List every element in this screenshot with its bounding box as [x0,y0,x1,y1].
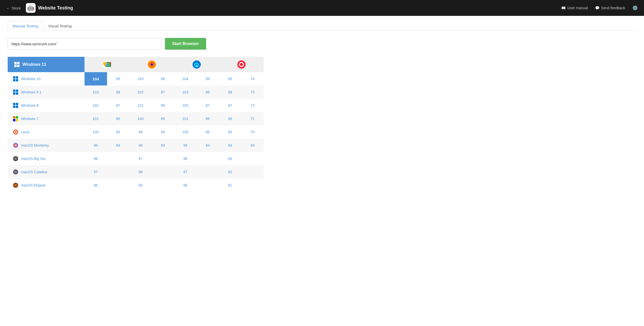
os-cell[interactable]: Windows 8.1 [8,85,85,99]
version-cell[interactable]: 83 [219,152,241,165]
version-cell[interactable] [152,179,174,192]
version-cell[interactable] [241,179,264,192]
version-cell[interactable] [152,152,174,165]
version-cell[interactable] [107,152,130,165]
version-cell[interactable]: 70 [241,125,264,139]
start-browser-button[interactable]: Start Browser [165,38,206,50]
os-cell[interactable]: macOS Mojave [8,179,85,192]
version-cell[interactable]: 100 [85,125,107,139]
app-title: 🤖 Website Testing [26,3,73,13]
version-cell[interactable]: 100 [129,112,152,125]
version-cell[interactable]: 87 [152,85,174,99]
store-link[interactable]: ← Store [6,6,21,10]
version-cell[interactable]: 102 [85,99,107,112]
version-cell[interactable] [197,152,219,165]
version-cell[interactable]: 85 [152,112,174,125]
version-cell[interactable]: 96 [129,165,152,179]
version-cell[interactable]: 98 [174,152,197,165]
os-cell[interactable]: Windows 7 [8,112,85,125]
version-cell[interactable]: 101 [174,112,197,125]
version-cell[interactable]: 97 [85,165,107,179]
version-cell[interactable]: 85 [219,125,241,139]
user-manual-label: User manual [567,6,588,10]
version-cell[interactable] [152,165,174,179]
version-cell[interactable]: 89 [197,72,219,85]
version-cell[interactable]: 88 [107,85,130,99]
version-cell[interactable]: 71 [241,112,264,125]
version-cell[interactable]: 104 [85,72,107,85]
version-cell[interactable]: 98 [85,152,107,165]
version-cell[interactable]: 104 [174,72,197,85]
version-cell[interactable]: 85 [197,125,219,139]
version-cell[interactable]: 84 [219,139,241,152]
version-cell[interactable]: 85 [107,125,130,139]
os-cell[interactable]: Windows 8 [8,99,85,112]
os-cell[interactable]: macOS Catalina [8,165,85,179]
version-cell[interactable]: 73 [241,85,264,99]
version-cell[interactable]: 86 [197,112,219,125]
version-cell[interactable]: 86 [107,112,130,125]
version-cell[interactable] [107,179,130,192]
tab-manual-testing[interactable]: Manual Testing [8,21,43,31]
version-cell[interactable]: 101 [85,112,107,125]
version-cell[interactable]: 69 [241,139,264,152]
version-cell[interactable]: 87 [219,99,241,112]
version-cell[interactable]: 103 [174,85,197,99]
user-manual-link[interactable]: 📖 User manual [561,6,588,10]
version-cell[interactable]: 103 [129,72,152,85]
version-cell[interactable]: 84 [197,139,219,152]
windows11-header[interactable]: Windows 11 [8,57,85,72]
version-cell[interactable]: 87 [107,99,130,112]
version-cell[interactable]: 101 [129,99,152,112]
version-cell[interactable]: 98 [129,139,152,152]
os-cell[interactable]: macOS Monterey [8,139,85,152]
version-cell[interactable]: 89 [107,72,130,85]
os-cell[interactable]: Linux [8,125,85,139]
version-cell[interactable]: 103 [85,85,107,99]
version-cell[interactable]: 99 [129,125,152,139]
version-cell[interactable]: 97 [174,165,197,179]
version-cell[interactable]: 97 [129,152,152,165]
version-cell[interactable] [107,165,130,179]
version-cell[interactable]: 87 [197,99,219,112]
settings-icon[interactable]: ⚙️ [632,5,638,11]
version-cell[interactable]: 86 [152,99,174,112]
version-cell[interactable]: 95 [129,179,152,192]
back-arrow-icon: ← [6,6,10,10]
version-cell[interactable]: 88 [219,85,241,99]
version-cell[interactable]: 99 [174,139,197,152]
svg-rect-23 [13,90,15,92]
version-cell[interactable] [241,165,264,179]
version-cell[interactable]: 82 [219,165,241,179]
feedback-icon: 💬 [595,6,599,10]
svg-rect-1 [17,62,19,64]
browser-os-table: Windows 11 [8,57,264,192]
version-cell[interactable]: 81 [219,179,241,192]
tab-visual-testing[interactable]: Visual Testing [43,21,77,31]
version-cell[interactable]: 72 [241,99,264,112]
version-cell[interactable]: 96 [174,179,197,192]
version-cell[interactable]: 83 [152,139,174,152]
version-cell[interactable]: 99 [85,139,107,152]
version-cell[interactable] [197,165,219,179]
version-cell[interactable]: 74 [241,72,264,85]
os-cell[interactable]: macOS Big Sur [8,152,85,165]
version-cell[interactable]: 84 [152,125,174,139]
version-cell[interactable]: 102 [174,99,197,112]
version-cell[interactable]: 96 [85,179,107,192]
version-cell[interactable]: 88 [197,85,219,99]
svg-point-40 [15,145,16,146]
os-cell[interactable]: Windows 10 [8,72,85,85]
version-cell[interactable]: 84 [107,139,130,152]
version-cell[interactable]: 86 [219,112,241,125]
version-cell[interactable] [241,152,264,165]
version-cell[interactable]: 88 [152,72,174,85]
svg-rect-21 [13,79,15,81]
version-cell[interactable]: 102 [129,85,152,99]
app-icon: 🤖 [26,3,36,13]
version-cell[interactable] [197,179,219,192]
send-feedback-link[interactable]: 💬 Send feedback [595,6,625,10]
version-cell[interactable]: 100 [174,125,197,139]
version-cell[interactable]: 89 [219,72,241,85]
url-input[interactable] [8,38,161,50]
